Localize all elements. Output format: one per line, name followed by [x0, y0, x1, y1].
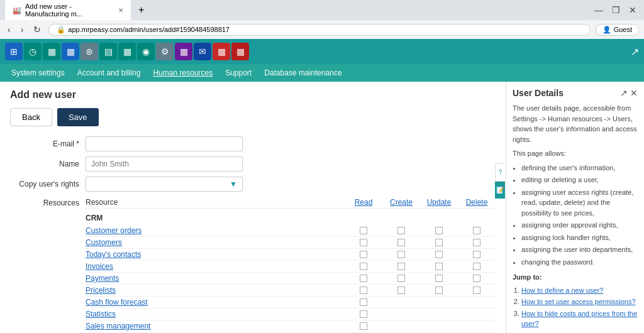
checkbox-customer-orders-delete[interactable]	[473, 227, 480, 234]
table-row: Customers	[86, 237, 496, 249]
checkbox-invoices-read[interactable]	[360, 263, 367, 270]
nav-icon-dashboard[interactable]: ⊞	[5, 43, 23, 60]
minimize-button[interactable]: —	[592, 4, 606, 16]
checkbox-customers-update[interactable]	[435, 239, 443, 246]
menu-account-billing[interactable]: Account and billing	[71, 66, 147, 80]
new-tab-button[interactable]: +	[136, 4, 147, 16]
checkbox-contacts-read[interactable]	[360, 251, 367, 258]
nav-icon-clock[interactable]: ◷	[24, 43, 42, 60]
resource-todays-contacts[interactable]: Today's contacts	[86, 250, 345, 259]
side-panel-intro: The user details page, accessible from S…	[513, 103, 638, 145]
resource-cashflow[interactable]: Cash flow forecast	[86, 298, 345, 307]
side-tab-help[interactable]: ?	[495, 163, 505, 182]
checkbox-customer-orders-read[interactable]	[360, 227, 367, 234]
jump-link-2[interactable]: How to set user access permissions?	[521, 298, 636, 305]
table-header-row: Resource Read Create Update Delete	[86, 197, 496, 209]
jump-link-3[interactable]: How to hide costs and prices from the us…	[521, 310, 637, 328]
checkbox-cashflow-read[interactable]	[360, 298, 367, 306]
allows-item: assigning lock handler rights,	[521, 232, 638, 243]
resource-customers[interactable]: Customers	[86, 238, 345, 247]
resource-sales-management[interactable]: Sales management	[86, 322, 345, 330]
back-nav-button[interactable]: ‹	[5, 23, 13, 36]
checkbox-contacts-update[interactable]	[435, 251, 443, 258]
resource-statistics[interactable]: Statistics	[86, 310, 345, 319]
table-row: Statistics	[86, 308, 496, 320]
checkbox-payments-update[interactable]	[435, 275, 443, 282]
save-button[interactable]: Save	[57, 108, 99, 126]
back-button[interactable]: Back	[10, 108, 52, 126]
copy-rights-dropdown[interactable]: ▼	[225, 177, 242, 191]
checkbox-payments-read[interactable]	[360, 275, 367, 282]
close-window-button[interactable]: ✕	[626, 4, 639, 16]
jump-link-1[interactable]: How to define a new user?	[521, 287, 603, 294]
reload-button[interactable]: ↻	[31, 23, 43, 36]
resources-label: Resources	[10, 199, 86, 207]
checkbox-customers-delete[interactable]	[473, 239, 480, 246]
checkbox-customers-create[interactable]	[397, 239, 405, 246]
nav-icon-document[interactable]: ▤	[99, 43, 117, 60]
email-field[interactable]	[86, 136, 243, 151]
checkbox-pricelists-update[interactable]	[435, 287, 443, 294]
nav-icon-settings1[interactable]: ⊛	[80, 43, 98, 60]
resource-customer-orders[interactable]: Customer orders	[86, 226, 345, 235]
checkbox-invoices-update[interactable]	[435, 263, 443, 270]
browser-chrome: 🏭 Add new user - Manufacturing m... ✕ + …	[0, 0, 644, 20]
side-panel-popout-button[interactable]: ↗	[620, 88, 628, 98]
checkbox-payments-delete[interactable]	[473, 275, 480, 282]
col-delete[interactable]: Delete	[458, 198, 496, 207]
jump-to-item: How to hide costs and prices from the us…	[521, 308, 638, 329]
resources-table-header: Resource Read Create Update Delete	[86, 197, 496, 209]
nav-icon-flag[interactable]: ▦	[231, 43, 249, 60]
menu-system-settings[interactable]: System settings	[5, 66, 71, 80]
checkbox-invoices-delete[interactable]	[473, 263, 480, 270]
table-row: Invoices	[86, 261, 496, 273]
checkbox-contacts-create[interactable]	[397, 251, 405, 258]
checkbox-contacts-delete[interactable]	[473, 251, 480, 258]
col-read[interactable]: Read	[345, 198, 382, 207]
name-field[interactable]	[86, 156, 243, 172]
nav-icon-chart[interactable]: ▦	[43, 43, 60, 60]
side-panel-controls: ↗ ✕	[620, 88, 638, 98]
copy-rights-input[interactable]	[86, 177, 225, 191]
checkbox-pricelists-delete[interactable]	[473, 287, 480, 294]
checkbox-sales-read[interactable]	[360, 322, 367, 330]
checkbox-statistics-read[interactable]	[360, 310, 367, 318]
checkbox-payments-create[interactable]	[397, 275, 405, 282]
checkbox-customer-orders-update[interactable]	[435, 227, 443, 234]
restore-button[interactable]: ❐	[609, 4, 623, 16]
nav-icon-people[interactable]: ▦	[118, 43, 136, 60]
menu-bar: System settings Account and billing Huma…	[0, 64, 644, 82]
side-panel-close-button[interactable]: ✕	[630, 88, 638, 98]
side-tab-notes[interactable]: 📝	[495, 182, 505, 199]
guest-button[interactable]: 👤 Guest	[596, 24, 639, 36]
table-row: Pricelists	[86, 285, 496, 297]
copy-rights-row: Copy user's rights ▼	[10, 177, 496, 192]
browser-tab[interactable]: 🏭 Add new user - Manufacturing m... ✕	[5, 0, 131, 20]
nav-icon-mail[interactable]: ✉	[194, 43, 211, 60]
address-bar-row: ‹ › ↻ 🔒 app.mrpeasy.com/admin/users/add#…	[0, 20, 644, 39]
checkbox-customers-read[interactable]	[360, 239, 367, 246]
checkbox-customer-orders-create[interactable]	[397, 227, 405, 234]
checkbox-pricelists-create[interactable]	[397, 287, 405, 294]
col-create[interactable]: Create	[382, 198, 420, 207]
guest-icon: 👤	[602, 26, 611, 34]
tab-close-button[interactable]: ✕	[118, 7, 123, 14]
col-update[interactable]: Update	[420, 198, 458, 207]
forward-nav-button[interactable]: ›	[18, 23, 26, 36]
nav-icon-trash[interactable]: ▦	[213, 43, 230, 60]
tab-favicon: 🏭	[13, 6, 21, 14]
address-bar[interactable]: 🔒 app.mrpeasy.com/admin/users/add#159048…	[48, 24, 590, 36]
menu-support[interactable]: Support	[219, 66, 258, 80]
nav-icon-gear[interactable]: ⚙	[156, 43, 174, 60]
checkbox-pricelists-read[interactable]	[360, 287, 367, 294]
resource-payments[interactable]: Payments	[86, 274, 345, 283]
nav-icon-globe[interactable]: ◉	[137, 43, 155, 60]
menu-human-resources[interactable]: Human resources	[147, 66, 219, 80]
checkbox-invoices-create[interactable]	[397, 263, 405, 270]
nav-icon-box[interactable]: ▦	[175, 43, 192, 60]
nav-exit-button[interactable]: ↗	[631, 46, 639, 58]
menu-database-maintenance[interactable]: Database maintenance	[258, 66, 348, 80]
resource-invoices[interactable]: Invoices	[86, 262, 345, 271]
resource-pricelists[interactable]: Pricelists	[86, 286, 345, 295]
nav-icon-calendar[interactable]: ▦	[62, 43, 79, 60]
